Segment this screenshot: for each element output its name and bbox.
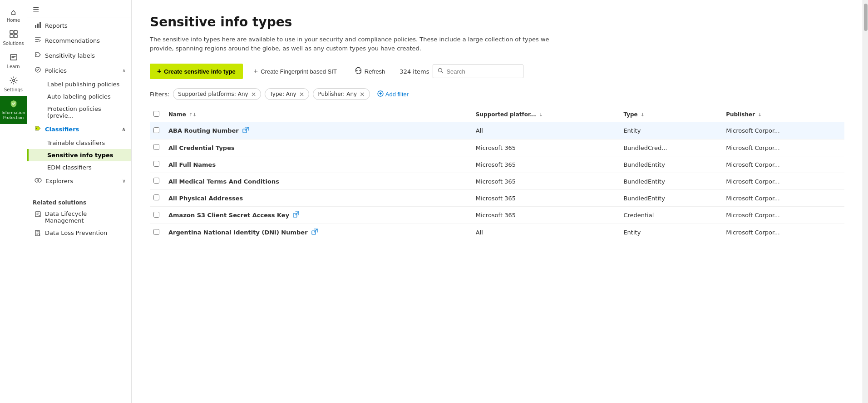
row-name[interactable]: Argentina National Identity (DNI) Number: [168, 229, 308, 236]
row-checkbox[interactable]: [153, 212, 159, 218]
row-checkbox[interactable]: [153, 178, 159, 184]
data-loss-prevention-label: Data Loss Prevention: [45, 229, 107, 236]
name-sort-icon[interactable]: ↑↓: [189, 112, 197, 117]
filter-platforms-close[interactable]: ×: [251, 90, 256, 98]
sidebar-item-edm-classifiers[interactable]: EDM classifiers: [27, 161, 131, 174]
row-name[interactable]: All Medical Terms And Conditions: [168, 178, 279, 185]
header-publisher[interactable]: Publisher ↓: [722, 107, 844, 122]
row-type: Entity: [620, 122, 722, 139]
header-type[interactable]: Type ↓: [620, 107, 722, 122]
search-box[interactable]: [433, 65, 523, 78]
svg-rect-8: [39, 22, 41, 28]
row-name-cell: All Full Names: [165, 156, 472, 173]
nav-learn[interactable]: Learn: [0, 50, 27, 73]
sidebar-auto-labeling-label: Auto-labeling policies: [47, 93, 111, 100]
refresh-button[interactable]: Refresh: [348, 64, 393, 79]
row-name[interactable]: All Physical Addresses: [168, 195, 243, 202]
svg-point-16: [439, 69, 442, 72]
related-item-data-loss-prevention[interactable]: Data Loss Prevention: [27, 227, 131, 241]
data-table: Name ↑↓ Supported platfor... ↓ Type ↓ Pu…: [150, 107, 844, 241]
sidebar-sensitivity-labels-label: Sensitivity labels: [45, 52, 95, 59]
filter-type-close[interactable]: ×: [299, 90, 305, 98]
sidebar-explorers-label: Explorers: [45, 178, 73, 184]
sidebar-classifiers-label: Classifiers: [45, 126, 79, 133]
sidebar-item-explorers[interactable]: Explorers ∨: [27, 174, 131, 188]
svg-point-9: [36, 55, 37, 55]
sidebar-item-reports[interactable]: Reports: [27, 18, 131, 33]
row-publisher: Microsoft Corpor...: [722, 224, 844, 241]
sidebar-item-sensitivity-labels[interactable]: Sensitivity labels: [27, 48, 131, 63]
fingerprint-plus-icon: +: [254, 67, 258, 75]
sidebar-item-classifiers[interactable]: Classifiers ∧: [27, 122, 131, 137]
filter-publisher-close[interactable]: ×: [360, 90, 365, 98]
svg-point-13: [38, 179, 41, 182]
create-fingerprint-button[interactable]: + Create Fingerprint based SIT: [247, 64, 344, 79]
row-type: BundledEntity: [620, 173, 722, 190]
row-publisher: Microsoft Corpor...: [722, 139, 844, 156]
external-link-icon[interactable]: [293, 211, 299, 219]
row-checkbox-cell: [150, 224, 165, 241]
sidebar-policies-label: Policies: [45, 67, 67, 74]
external-link-icon[interactable]: [242, 127, 249, 134]
hamburger-menu[interactable]: ☰: [33, 5, 39, 14]
row-name[interactable]: Amazon S3 Client Secret Access Key: [168, 212, 289, 219]
row-name[interactable]: ABA Routing Number: [168, 127, 239, 134]
header-name[interactable]: Name ↑↓: [165, 107, 472, 122]
table-header: Name ↑↓ Supported platfor... ↓ Type ↓ Pu…: [150, 107, 844, 122]
platforms-sort-icon[interactable]: ↓: [539, 112, 542, 117]
nav-settings[interactable]: Settings: [0, 73, 27, 96]
filter-platforms-text: Supported platforms: Any: [178, 91, 248, 97]
row-checkbox[interactable]: [153, 194, 159, 200]
type-sort-icon[interactable]: ↓: [641, 112, 644, 117]
select-all-checkbox[interactable]: [153, 111, 159, 117]
filter-chip-platforms[interactable]: Supported platforms: Any ×: [173, 88, 261, 100]
row-checkbox[interactable]: [153, 161, 159, 167]
row-type: BundledCred...: [620, 139, 722, 156]
sidebar-item-auto-labeling[interactable]: Auto-labeling policies: [27, 90, 131, 103]
scrollbar-thumb[interactable]: [864, 4, 868, 31]
sidebar-item-policies[interactable]: Policies ∧: [27, 63, 131, 78]
nav-information-protection[interactable]: InformationProtection: [0, 96, 27, 124]
policies-icon: [35, 66, 41, 75]
row-checkbox[interactable]: [153, 127, 159, 133]
row-checkbox[interactable]: [153, 144, 159, 150]
filter-chip-type[interactable]: Type: Any ×: [265, 88, 309, 100]
filter-chip-publisher[interactable]: Publisher: Any ×: [313, 88, 370, 100]
svg-rect-3: [14, 35, 17, 38]
header-platforms[interactable]: Supported platfor... ↓: [472, 107, 620, 122]
explorers-expand-arrow: ∨: [122, 178, 126, 184]
sidebar-item-sensitive-info-types[interactable]: Sensitive info types: [27, 149, 131, 161]
nav-home[interactable]: ⌂ Home: [0, 4, 27, 26]
table-row: All Full Names Microsoft 365 BundledEnti…: [150, 156, 844, 173]
publisher-sort-icon[interactable]: ↓: [758, 112, 761, 117]
add-filter-button[interactable]: Add filter: [374, 89, 412, 100]
sidebar-protection-policies-label: Protection policies (previe...: [47, 105, 126, 119]
sidebar-item-recommendations[interactable]: Recommendations: [27, 33, 131, 48]
row-name-cell: ABA Routing Number: [165, 122, 472, 139]
sidebar-item-label-publishing[interactable]: Label publishing policies: [27, 78, 131, 90]
external-link-icon[interactable]: [311, 229, 318, 236]
sensitivity-labels-icon: [35, 51, 41, 60]
sidebar-item-trainable-classifiers[interactable]: Trainable classifiers: [27, 137, 131, 149]
row-type: BundledEntity: [620, 190, 722, 207]
sidebar-sensitive-info-label: Sensitive info types: [47, 152, 113, 159]
nav-solutions[interactable]: Solutions: [0, 26, 27, 50]
reports-icon: [35, 21, 41, 30]
sidebar-reports-label: Reports: [45, 22, 68, 29]
toolbar: + Create sensitive info type + Create Fi…: [150, 64, 844, 79]
row-name[interactable]: All Credential Types: [168, 144, 235, 151]
row-type: BundledEntity: [620, 156, 722, 173]
row-name-cell: All Medical Terms And Conditions: [165, 173, 472, 190]
search-input[interactable]: [446, 68, 514, 75]
row-checkbox[interactable]: [153, 229, 159, 235]
fingerprint-button-label: Create Fingerprint based SIT: [261, 68, 337, 75]
add-filter-label: Add filter: [385, 91, 409, 98]
sidebar-item-protection-policies[interactable]: Protection policies (previe...: [27, 103, 131, 122]
scrollbar[interactable]: [863, 0, 868, 403]
row-name-cell: Argentina National Identity (DNI) Number: [165, 224, 472, 241]
add-filter-icon: [377, 90, 384, 98]
create-sensitive-info-type-button[interactable]: + Create sensitive info type: [150, 64, 243, 79]
solutions-icon: [10, 30, 18, 40]
related-item-data-lifecycle[interactable]: Data LifecycleManagement: [27, 208, 131, 227]
row-name[interactable]: All Full Names: [168, 161, 216, 168]
